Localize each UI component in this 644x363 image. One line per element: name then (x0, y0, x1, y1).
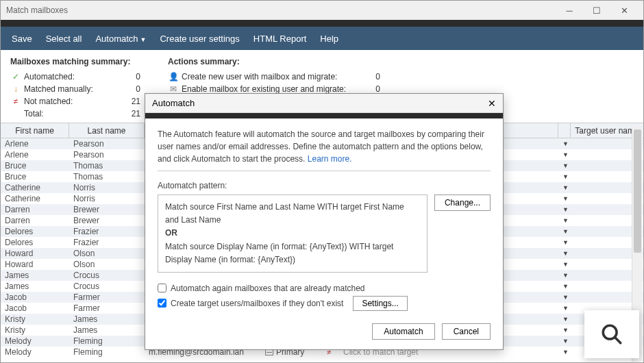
window-minimize-button[interactable]: ─ (556, 5, 583, 16)
menu-save[interactable]: Save (5, 34, 39, 44)
automatched-label: Automatched: (24, 72, 120, 82)
row-dropdown[interactable]: ▼ (558, 206, 571, 213)
row-dropdown[interactable]: ▼ (558, 228, 571, 235)
row-dropdown[interactable]: ▼ (558, 217, 571, 224)
row-dropdown[interactable]: ▼ (558, 151, 571, 158)
menu-select-all[interactable]: Select all (39, 34, 89, 44)
row-dropdown[interactable]: ▼ (558, 239, 571, 246)
learn-more-link[interactable]: Learn more. (308, 154, 352, 164)
row-dropdown[interactable]: ▼ (558, 294, 571, 301)
cell-last-name: Fleming (69, 336, 145, 346)
cell-last-name: Thomas (69, 172, 145, 182)
cancel-button[interactable]: Cancel (442, 323, 491, 340)
cell-last-name: Brewer (69, 205, 145, 214)
notmatched-label: Not matched: (24, 97, 120, 106)
cell-last-name: Crocus (69, 271, 145, 280)
dialog-close-button[interactable]: ✕ (488, 98, 496, 109)
cell-first-name: Arlene (1, 150, 69, 160)
row-dropdown[interactable]: ▼ (558, 173, 571, 180)
row-dropdown[interactable]: ▼ (558, 184, 571, 191)
pattern-box: Match source First Name and Last Name WI… (158, 195, 428, 273)
pattern-line-2: Match source Display Name (in format: {A… (165, 240, 420, 266)
row-dropdown[interactable]: ▼ (558, 338, 571, 345)
arrow-down-icon: ↓ (10, 84, 21, 94)
cell-last-name: James (69, 314, 145, 324)
cell-last-name: Pearson (69, 150, 145, 160)
action-create-value: 0 (360, 72, 380, 82)
dialog-titlebar: Automatch ✕ (145, 94, 503, 113)
row-dropdown[interactable]: ▼ (558, 250, 571, 257)
pattern-or: OR (165, 227, 420, 240)
cell-first-name: James (1, 281, 69, 291)
floating-search-panel[interactable] (584, 310, 639, 358)
row-dropdown[interactable]: ▼ (558, 195, 571, 202)
action-create-label: Create new user with mailbox and migrate… (182, 72, 360, 82)
pattern-line-1: Match source First Name and Last Name WI… (165, 201, 420, 227)
actions-summary-heading: Actions summary: (168, 57, 380, 66)
row-dropdown[interactable]: ▼ (558, 283, 571, 290)
checkbox-create-target[interactable] (158, 299, 166, 308)
menu-create-user-settings[interactable]: Create user settings (153, 34, 246, 44)
menu-automatch[interactable]: Automatch▼ (88, 34, 153, 44)
scrollbar-thumb[interactable] (634, 129, 641, 253)
cell-first-name: Kristy (1, 325, 69, 335)
row-dropdown[interactable]: ▼ (558, 316, 571, 323)
cell-last-name: Thomas (69, 161, 145, 171)
search-icon (600, 323, 623, 346)
row-dropdown[interactable]: ▼ (558, 327, 571, 334)
total-label: Total: (24, 109, 120, 118)
menu-automatch-label: Automatch (95, 34, 138, 44)
cell-first-name: Jacob (1, 292, 69, 302)
dialog-strip (145, 113, 503, 118)
manual-value: 0 (120, 84, 140, 94)
menu-html-report[interactable]: HTML Report (247, 34, 314, 44)
menubar: Save Select all Automatch▼ Create user s… (1, 27, 643, 50)
svg-line-1 (615, 337, 621, 343)
cell-last-name: Farmer (69, 303, 145, 313)
action-enable-value: 0 (360, 84, 380, 94)
automatch-button[interactable]: Automatch (372, 323, 434, 340)
row-dropdown[interactable]: ▼ (558, 261, 571, 268)
cell-first-name: Jacob (1, 303, 69, 313)
checkbox-create-target-label: Create target users/mailboxes if they do… (171, 299, 343, 308)
change-button[interactable]: Change... (434, 195, 491, 211)
row-dropdown[interactable]: ▼ (558, 349, 571, 355)
cell-last-name: James (69, 325, 145, 335)
row-dropdown[interactable]: ▼ (558, 305, 571, 312)
cell-last-name: Olson (69, 249, 145, 258)
th-last-name[interactable]: Last name (69, 123, 145, 138)
window-maximize-button[interactable]: ☐ (583, 5, 610, 16)
cell-last-name: Farmer (69, 292, 145, 302)
user-plus-icon: 👤 (168, 72, 179, 82)
cell-first-name: Arlene (1, 139, 69, 149)
automatch-dialog: Automatch ✕ The Automatch feature will a… (145, 93, 504, 350)
cell-first-name: Bruce (1, 161, 69, 171)
chevron-down-icon: ▼ (140, 36, 147, 43)
window-titlebar: Match mailboxes ─ ☐ ✕ (1, 1, 643, 20)
row-dropdown[interactable]: ▼ (558, 162, 571, 169)
window-close-button[interactable]: ✕ (610, 5, 638, 16)
row-dropdown[interactable]: ▼ (558, 140, 571, 147)
divider (158, 171, 491, 171)
checkbox-rematch[interactable] (158, 284, 166, 292)
cell-last-name: Brewer (69, 216, 145, 225)
cell-first-name: Darren (1, 216, 69, 225)
notmatched-value: 21 (120, 97, 140, 106)
settings-button[interactable]: Settings... (353, 296, 407, 311)
primary-icon (265, 349, 273, 355)
cell-first-name: Delores (1, 227, 69, 236)
pattern-label: Automatch pattern: (158, 181, 491, 190)
cell-first-name: Melody (1, 336, 69, 346)
check-icon: ✓ (10, 72, 21, 82)
cell-last-name: Norris (69, 183, 145, 192)
row-dropdown[interactable]: ▼ (558, 272, 571, 279)
not-equal-icon: ≠ (10, 97, 21, 106)
automatched-value: 0 (120, 72, 140, 82)
dialog-description: The Automatch feature will automatch the… (158, 128, 491, 165)
menu-help[interactable]: Help (313, 34, 345, 44)
th-first-name[interactable]: First name (1, 123, 69, 138)
cell-last-name: Olson (69, 260, 145, 269)
mailbox-enable-icon: ✉ (168, 84, 179, 94)
action-enable-label: Enable mailbox for existing user and mig… (182, 84, 360, 94)
cell-first-name: Melody (1, 347, 69, 357)
